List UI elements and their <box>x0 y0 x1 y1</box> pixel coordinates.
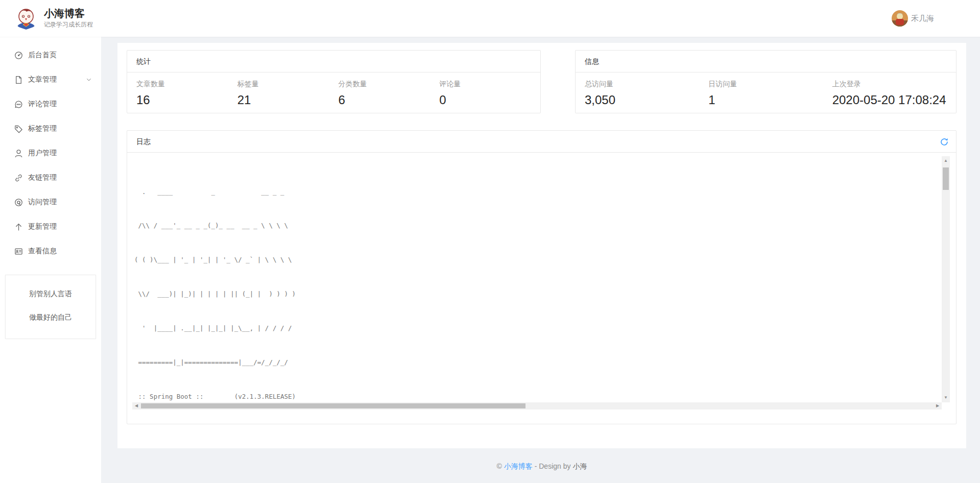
stat-comments: 评论量 0 <box>439 80 540 107</box>
sidebar-item-label: 文章管理 <box>28 75 57 84</box>
sidebar-item-comments[interactable]: 评论管理 <box>0 92 101 116</box>
banner-line: =========|_|==============|___/=/_/_/_/ <box>134 357 942 368</box>
sidebar-item-users[interactable]: 用户管理 <box>0 141 101 165</box>
log-output: . ____ _ __ _ _ /\\ / ___'_ __ _ _(_)_ _… <box>134 163 942 402</box>
sidebar-item-links[interactable]: 友链管理 <box>0 165 101 190</box>
sidebar-item-label: 标签管理 <box>28 124 57 133</box>
stats-card: 统计 文章数量 16 标签量 21 分类数量 6 评论量 0 <box>127 50 541 113</box>
id-card-icon <box>14 247 23 256</box>
user-icon <box>14 149 23 158</box>
sidebar-item-label: 查看信息 <box>28 247 57 256</box>
stat-articles: 文章数量 16 <box>136 80 237 107</box>
sidebar-quote: 别管别人言语 做最好的自己 <box>5 275 96 339</box>
stat-label: 文章数量 <box>136 80 237 89</box>
sidebar-item-view-info[interactable]: 查看信息 <box>0 239 101 263</box>
stats-card-title: 统计 <box>127 51 540 73</box>
user-avatar[interactable] <box>892 10 908 27</box>
stat-value: 2020-05-20 17:08:24 <box>832 93 956 107</box>
horizontal-scroll-thumb[interactable] <box>141 403 525 408</box>
dashboard-icon <box>14 51 23 60</box>
stat-value: 16 <box>136 93 237 107</box>
banner-line: /\\ / ___'_ __ _ _(_)_ __ __ _ \ \ \ \ <box>134 220 942 231</box>
footer-author: 小海 <box>572 462 587 470</box>
stat-label: 总访问量 <box>585 80 708 89</box>
stat-value: 1 <box>708 93 832 107</box>
info-card: 信息 总访问量 3,050 日访问量 1 上次登录 2020-05-20 17:… <box>575 50 957 113</box>
stat-value: 6 <box>339 93 440 107</box>
app-header: 小海博客 记录学习成长历程 禾几海 <box>0 0 980 37</box>
copyright-symbol: © <box>497 462 502 470</box>
sidebar-item-tags[interactable]: 标签管理 <box>0 116 101 141</box>
stat-value: 0 <box>439 93 540 107</box>
stat-categories: 分类数量 6 <box>339 80 440 107</box>
site-subtitle: 记录学习成长历程 <box>44 20 93 29</box>
sidebar-menu: 后台首页 文章管理 评论管理 标签管理 <box>0 37 101 263</box>
tag-icon <box>14 125 23 133</box>
scroll-down-arrow[interactable]: ▼ <box>942 394 950 401</box>
user-menu[interactable]: 禾几海 <box>892 10 934 27</box>
stat-label: 上次登录 <box>832 80 956 89</box>
scroll-left-arrow[interactable]: ◀ <box>132 402 140 409</box>
stat-value: 3,050 <box>585 93 708 107</box>
vertical-scroll-thumb[interactable] <box>943 167 949 190</box>
site-title: 小海博客 <box>44 7 93 19</box>
quote-line-1: 别管别人言语 <box>6 289 95 298</box>
info-last-login: 上次登录 2020-05-20 17:08:24 <box>832 80 956 107</box>
footer-middle-text: - Design by <box>535 462 571 470</box>
quote-line-2: 做最好的自己 <box>6 313 95 321</box>
link-icon <box>14 174 23 182</box>
chevron-down-icon <box>86 77 92 83</box>
sidebar-item-label: 更新管理 <box>28 222 57 231</box>
stat-value: 21 <box>237 93 339 107</box>
sidebar-item-articles[interactable]: 文章管理 <box>0 67 101 92</box>
info-card-title: 信息 <box>576 51 956 73</box>
log-viewport[interactable]: . ____ _ __ _ _ /\\ / ___'_ __ _ _(_)_ _… <box>132 156 950 409</box>
stat-tags: 标签量 21 <box>237 80 339 107</box>
sidebar-item-label: 评论管理 <box>28 100 57 109</box>
arrow-up-icon <box>14 223 23 231</box>
stat-label: 标签量 <box>237 80 339 89</box>
log-card: 日志 . ____ _ __ _ _ /\\ / ___'_ __ _ _(_)… <box>127 130 957 424</box>
username[interactable]: 禾几海 <box>911 14 934 23</box>
document-icon <box>14 76 23 84</box>
sidebar: 后台首页 文章管理 评论管理 标签管理 <box>0 37 101 483</box>
scroll-up-arrow[interactable]: ▲ <box>942 157 950 164</box>
compass-icon <box>14 198 23 207</box>
sidebar-item-label: 友链管理 <box>28 173 57 182</box>
banner-line: :: Spring Boot :: (v2.1.3.RELEASE) <box>134 391 942 402</box>
banner-line: ' |____| .__|_| |_|_| |_\__, | / / / / <box>134 323 942 334</box>
stat-label: 分类数量 <box>339 80 440 89</box>
main-content: 统计 文章数量 16 标签量 21 分类数量 6 评论量 0 信息 总访问量 <box>117 43 966 448</box>
sidebar-item-visits[interactable]: 访问管理 <box>0 190 101 214</box>
sidebar-item-updates[interactable]: 更新管理 <box>0 214 101 239</box>
banner-line: . ____ _ __ _ _ <box>134 186 942 198</box>
logo-avatar <box>14 6 38 30</box>
sidebar-item-label: 访问管理 <box>28 198 57 207</box>
banner-line: ( ( )\___ | '_ | '_| | '_ \/ _` | \ \ \ … <box>134 254 942 265</box>
vertical-scrollbar[interactable]: ▲ ▼ <box>942 156 950 402</box>
log-card-title: 日志 <box>136 137 151 146</box>
scroll-right-arrow[interactable]: ▶ <box>934 402 942 409</box>
stat-label: 日访问量 <box>708 80 832 89</box>
comment-icon <box>14 100 23 109</box>
banner-line: \\/ ___)| |_)| | | | | || (_| | ) ) ) ) <box>134 288 942 300</box>
horizontal-scrollbar[interactable]: ◀ ▶ <box>132 402 942 409</box>
footer: © 小海博客 - Design by 小海 <box>117 462 966 471</box>
info-daily-visits: 日访问量 1 <box>708 80 832 107</box>
sidebar-item-dashboard[interactable]: 后台首页 <box>0 43 101 67</box>
refresh-icon[interactable] <box>940 137 949 147</box>
sidebar-item-label: 后台首页 <box>28 51 57 60</box>
sidebar-item-label: 用户管理 <box>28 149 57 158</box>
brand: 小海博客 记录学习成长历程 <box>14 6 93 30</box>
footer-brand-link[interactable]: 小海博客 <box>504 462 533 470</box>
stat-label: 评论量 <box>439 80 540 89</box>
info-total-visits: 总访问量 3,050 <box>585 80 708 107</box>
